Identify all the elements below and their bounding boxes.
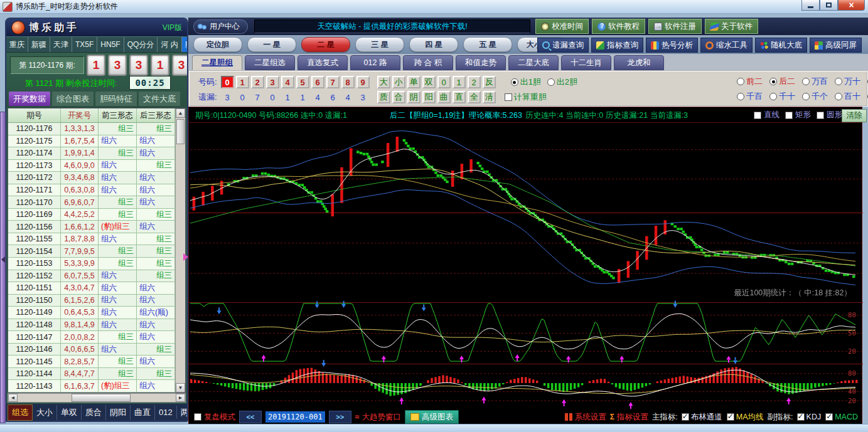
form-filter-tab[interactable]: 阴阳 — [106, 405, 131, 420]
close-button[interactable] — [838, 0, 865, 11]
indicator-toggle[interactable]: 布林通道 — [682, 412, 722, 423]
draw-rect-checkbox[interactable]: 矩形 — [785, 110, 811, 120]
sub-tab[interactable]: 跨 合 积 — [403, 55, 453, 70]
tool-button[interactable]: 高级同屏 — [810, 38, 862, 53]
attribute-button[interactable]: 1 — [453, 76, 466, 88]
table-horizontal-scrollbar[interactable]: ◄ ► — [8, 393, 186, 403]
table-row[interactable]: 1120-1156 1,6,6,1,2 (豹)组三 组六 — [8, 221, 175, 233]
clear-button[interactable]: 清除 — [842, 109, 867, 122]
lottery-tab[interactable]: QQ分分 — [124, 37, 158, 52]
maximize-button[interactable] — [820, 0, 838, 11]
attribute-button[interactable]: 小 — [392, 76, 405, 88]
lottery-tab[interactable]: 新疆 — [28, 37, 50, 52]
scroll-left-arrow[interactable]: ◄ — [8, 394, 18, 402]
position-radio[interactable]: 千个 — [802, 91, 828, 102]
lottery-tab[interactable]: 河 内 — [158, 37, 181, 52]
draw-circle-checkbox[interactable]: 圆形 — [817, 110, 842, 120]
nav-button[interactable]: 软件教程 — [592, 19, 645, 34]
position-radio[interactable]: 万百 — [802, 76, 828, 87]
attribute-button[interactable]: 阴 — [407, 91, 421, 103]
candlestick-chart-canvas[interactable] — [189, 124, 863, 409]
attribute-button[interactable]: 大 — [377, 76, 390, 88]
replay-mode-checkbox[interactable]: 复盘模式 — [194, 412, 235, 423]
dan-radio[interactable]: 出1胆 — [511, 76, 541, 88]
number-button[interactable]: 3 — [266, 76, 279, 88]
user-center-button[interactable]: 用户中心 — [193, 19, 248, 34]
attribute-button[interactable]: 直 — [453, 91, 466, 103]
attribute-button[interactable]: 反 — [483, 76, 496, 88]
left-view-tab[interactable]: 文件大底 — [139, 92, 180, 106]
lottery-tab[interactable]: 重庆 — [6, 37, 28, 52]
form-filter-tab[interactable]: 012 — [155, 406, 177, 419]
dan-radio[interactable]: 出2胆 — [547, 76, 577, 88]
table-row[interactable]: 1120-1149 0,6,4,5,3 组六 组六(顺) — [8, 307, 175, 319]
position-radio[interactable]: 万十 — [835, 76, 861, 87]
col-front-form[interactable]: 前三形态 — [99, 108, 137, 122]
table-row[interactable]: 1120-1171 0,6,3,0,8 组六 组六 — [8, 184, 175, 197]
scroll-up-arrow[interactable]: ▲ — [176, 108, 185, 118]
table-row[interactable]: 1120-1143 6,1,6,3,7 (豹)组三 组六 — [8, 380, 175, 392]
number-button[interactable]: 5 — [296, 76, 309, 88]
table-row[interactable]: 1120-1146 4,0,6,6,5 组六 组三 — [8, 344, 175, 356]
star-tab[interactable]: 二 星 — [301, 37, 350, 52]
star-tab[interactable]: 定位胆 — [193, 37, 242, 52]
lottery-tab[interactable]: 腾讯 — [182, 37, 188, 52]
sub-tab[interactable]: 二星胆组 — [192, 55, 242, 70]
tool-button[interactable]: 遗漏查询 — [537, 38, 589, 53]
attribute-button[interactable]: 清 — [483, 91, 496, 103]
table-row[interactable]: 1120-1174 1,9,9,1,4 组三 组六 — [8, 147, 175, 160]
table-row[interactable]: 1120-1154 7,7,9,9,5 组三 组三 — [8, 245, 175, 258]
tool-button[interactable]: 指标查询 — [591, 38, 643, 53]
form-filter-tab[interactable]: 曲直 — [131, 405, 155, 420]
star-tab[interactable]: 三 星 — [355, 37, 404, 52]
expand-right-icon[interactable] — [183, 253, 188, 261]
table-row[interactable]: 1120-1145 8,2,8,5,7 组三 组六 — [8, 356, 175, 368]
table-row[interactable]: 1120-1169 4,4,2,5,2 组三 组三 — [8, 209, 175, 221]
minimize-button[interactable] — [801, 0, 820, 11]
attribute-button[interactable]: 全 — [468, 91, 481, 103]
advanced-chart-button[interactable]: 高级图表 — [405, 410, 459, 424]
announcement-marquee[interactable]: 天空破解站 - 提供最好的彩票破解软件下载! — [254, 19, 530, 33]
table-row[interactable]: 1120-1150 6,1,5,2,6 组六 组六 — [8, 295, 175, 307]
position-radio[interactable]: 后二 — [769, 76, 796, 87]
attribute-button[interactable]: 阳 — [422, 91, 436, 103]
left-view-tab[interactable]: 胆码特征 — [95, 92, 137, 106]
sub-tab[interactable]: 二星组选 — [245, 55, 295, 70]
attribute-button[interactable]: 0 — [437, 76, 451, 88]
table-row[interactable]: 1120-1144 8,4,4,7,7 组三 组三 — [8, 368, 175, 381]
scroll-thumb[interactable] — [176, 119, 185, 144]
col-numbers[interactable]: 开奖号 — [61, 108, 99, 122]
sub-tab[interactable]: 二星大底 — [508, 55, 559, 70]
table-row[interactable]: 1120-1173 4,6,0,9,0 组六 组三 — [8, 160, 175, 172]
nav-button[interactable]: 软件注册 — [648, 19, 702, 34]
form-filter-tab[interactable]: 大小 — [33, 405, 57, 420]
col-back-form[interactable]: 后三形态 — [137, 108, 175, 122]
left-collapse-strip[interactable] — [0, 112, 6, 423]
table-row[interactable]: 1120-1176 1,3,3,1,3 组三 组三 — [8, 123, 175, 135]
hscroll-thumb[interactable] — [72, 394, 131, 402]
form-filter-tab[interactable]: 质合 — [82, 405, 106, 420]
sub-tab[interactable]: 012 路 — [350, 55, 400, 70]
duplicate-dan-checkbox[interactable]: 计算重胆 — [505, 92, 547, 103]
table-row[interactable]: 1120-1147 2,0,0,8,2 组三 组六 — [8, 331, 175, 344]
prev-period-button[interactable]: << — [239, 411, 262, 423]
table-row[interactable]: 1120-1152 6,0,7,5,5 组六 组三 — [8, 270, 175, 283]
sub-tab[interactable]: 龙虎和 — [614, 55, 664, 70]
nav-button[interactable]: 关于软件 — [705, 19, 758, 34]
number-button[interactable]: 8 — [341, 76, 355, 88]
attribute-button[interactable]: 双 — [422, 76, 436, 88]
position-radio[interactable]: 千百 — [737, 91, 763, 102]
attribute-button[interactable]: 质 — [377, 91, 390, 103]
scroll-down-arrow[interactable]: ▼ — [176, 383, 185, 392]
number-button[interactable]: 1 — [236, 76, 249, 88]
lottery-tab[interactable]: HN5F — [97, 37, 124, 52]
trend-window-button[interactable]: 大趋势窗口 — [355, 412, 401, 423]
attribute-button[interactable]: 2 — [468, 76, 481, 88]
position-radio[interactable]: 百十 — [835, 91, 861, 102]
tool-button[interactable]: 随机大底 — [755, 38, 807, 53]
lottery-tab[interactable]: TX5F — [72, 37, 97, 52]
col-period[interactable]: 期号 — [8, 108, 61, 122]
left-view-tab[interactable]: 开奖数据 — [9, 92, 50, 106]
left-view-tab[interactable]: 综合图表 — [52, 92, 94, 106]
position-radio[interactable]: 千十 — [769, 91, 796, 102]
